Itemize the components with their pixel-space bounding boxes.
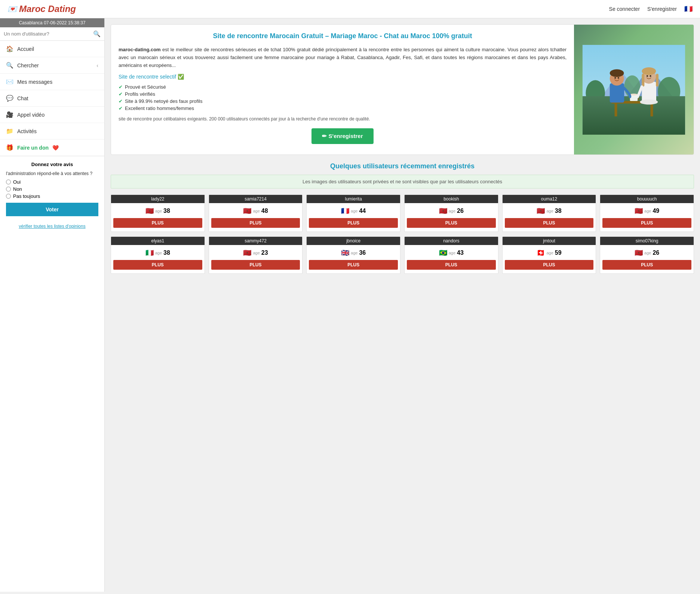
logo: 💌 Maroc Dating bbox=[7, 4, 112, 14]
poll-radio-oui[interactable] bbox=[6, 180, 11, 184]
user-plus-button[interactable]: PLUS bbox=[113, 260, 202, 270]
hero-title: Site de rencontre Marocain Gratuit – Mar… bbox=[119, 32, 567, 40]
user-age-row: 🇲🇦 age 23 bbox=[243, 249, 268, 257]
user-flag: 🇮🇹 bbox=[145, 249, 154, 257]
user-plus-button[interactable]: PLUS bbox=[211, 218, 300, 228]
user-age-value: 38 bbox=[163, 249, 170, 256]
user-card: lumierita 🇫🇷 age 44 PLUS bbox=[306, 195, 400, 232]
user-plus-button[interactable]: PLUS bbox=[505, 218, 594, 228]
check-icon-3: ✔ bbox=[119, 98, 123, 104]
vote-button[interactable]: Voter bbox=[6, 203, 98, 216]
user-flag: 🇬🇧 bbox=[341, 249, 349, 257]
layout: Casablanca 07-06-2022 15:38:37 🔍 🏠 Accue… bbox=[0, 18, 700, 592]
register-button[interactable]: ✏ S'enregistrer bbox=[311, 128, 373, 144]
user-card-body: 🇲🇦 age 23 PLUS bbox=[209, 245, 303, 273]
user-plus-button[interactable]: PLUS bbox=[407, 218, 496, 228]
users-grid-row2: elyas1 🇮🇹 age 38 PLUS sammy472 🇲🇦 age 2 bbox=[111, 236, 694, 274]
sidebar-item-accueil[interactable]: 🏠 Accueil bbox=[0, 41, 104, 57]
poll-radio-pastoujours[interactable] bbox=[6, 194, 11, 199]
search-input[interactable] bbox=[4, 31, 93, 37]
hero-text: Site de rencontre Marocain Gratuit – Mar… bbox=[111, 25, 574, 154]
hero-card: Site de rencontre Marocain Gratuit – Mar… bbox=[111, 24, 694, 155]
user-age-value: 36 bbox=[359, 249, 366, 256]
user-flag: 🇲🇦 bbox=[635, 207, 643, 215]
user-card-name: samia7214 bbox=[209, 195, 303, 203]
user-flag: 🇲🇦 bbox=[537, 207, 545, 215]
poll-radio-non[interactable] bbox=[6, 187, 11, 192]
sidebar-label-accueil: Accueil bbox=[17, 46, 34, 52]
user-age-row: 🇧🇷 age 43 bbox=[439, 249, 464, 257]
user-age-value: 26 bbox=[653, 249, 659, 256]
user-age-label: age bbox=[253, 209, 260, 213]
feature-2: ✔Profils vérifiés bbox=[119, 91, 567, 97]
sidebar-item-video[interactable]: 🎥 Appel vidéo bbox=[0, 107, 104, 123]
sidebar-label-video: Appel vidéo bbox=[17, 112, 44, 118]
hero-image bbox=[574, 25, 694, 154]
sidebar-label-chat: Chat bbox=[17, 95, 28, 101]
user-plus-button[interactable]: PLUS bbox=[602, 260, 691, 270]
feature-4: ✔Excellent ratio hommes/femmes bbox=[119, 105, 567, 111]
register-link[interactable]: S'enregistrer bbox=[647, 6, 677, 12]
users-grid-row1: lady22 🇲🇦 age 38 PLUS samia7214 🇲🇦 age bbox=[111, 195, 694, 232]
svg-rect-9 bbox=[651, 104, 653, 116]
sidebar: Casablanca 07-06-2022 15:38:37 🔍 🏠 Accue… bbox=[0, 18, 105, 592]
poll-option-pastoujours[interactable]: Pas toujours bbox=[6, 193, 98, 199]
sidebar-item-messages[interactable]: ✉️ Mes messages bbox=[0, 74, 104, 90]
sidebar-datetime: Casablanca 07-06-2022 15:38:37 bbox=[0, 18, 104, 27]
user-plus-button[interactable]: PLUS bbox=[309, 260, 398, 270]
user-age-label: age bbox=[449, 209, 455, 213]
user-age-row: 🇲🇦 age 49 bbox=[635, 207, 659, 215]
sidebar-item-donation[interactable]: 🎁 Faire un don ❤️ bbox=[0, 140, 104, 156]
user-plus-button[interactable]: PLUS bbox=[505, 260, 594, 270]
user-age-row: 🇲🇦 age 26 bbox=[439, 207, 464, 215]
user-plus-button[interactable]: PLUS bbox=[309, 218, 398, 228]
user-age-row: 🇲🇦 age 26 bbox=[635, 249, 659, 257]
user-card-name: ouma12 bbox=[503, 195, 596, 203]
poll-title: Donnez votre avis bbox=[6, 162, 98, 167]
user-plus-button[interactable]: PLUS bbox=[407, 260, 496, 270]
chat-icon: 💬 bbox=[6, 95, 13, 102]
user-flag: 🇧🇷 bbox=[439, 249, 447, 257]
poll-label-oui: Oui bbox=[13, 179, 21, 185]
search-button[interactable]: 🔍 bbox=[93, 30, 101, 37]
user-age-value: 38 bbox=[555, 208, 562, 214]
sidebar-item-chercher[interactable]: 🔍 Chercher ‹ bbox=[0, 57, 104, 74]
svg-point-18 bbox=[642, 67, 656, 75]
sidebar-item-activites[interactable]: 📁 Activités bbox=[0, 123, 104, 140]
user-plus-button[interactable]: PLUS bbox=[602, 218, 691, 228]
user-card: sammy472 🇲🇦 age 23 PLUS bbox=[209, 236, 303, 274]
user-age-value: 44 bbox=[359, 208, 366, 214]
sidebar-label-donation: Faire un don bbox=[17, 145, 49, 151]
user-card-name: jbnoice bbox=[307, 237, 400, 245]
user-age-value: 26 bbox=[457, 208, 464, 214]
user-age-row: 🇲🇦 age 48 bbox=[243, 207, 268, 215]
user-plus-button[interactable]: PLUS bbox=[113, 218, 202, 228]
heart-icon: ❤️ bbox=[52, 145, 59, 151]
user-card: nandors 🇧🇷 age 43 PLUS bbox=[404, 236, 498, 274]
folder-icon: 📁 bbox=[6, 128, 13, 135]
user-card: bookish 🇲🇦 age 26 PLUS bbox=[404, 195, 498, 232]
site-name-bold: maroc-dating.com bbox=[119, 47, 161, 52]
user-card-name: bouuuuch bbox=[600, 195, 694, 203]
sidebar-item-chat[interactable]: 💬 Chat bbox=[0, 90, 104, 107]
user-card-name: bookish bbox=[405, 195, 498, 203]
user-age-value: 59 bbox=[555, 249, 562, 256]
svg-rect-20 bbox=[656, 74, 658, 86]
user-card: jmtout 🇨🇭 age 59 PLUS bbox=[502, 236, 596, 274]
user-card: elyas1 🇮🇹 age 38 PLUS bbox=[111, 236, 205, 274]
user-age-label: age bbox=[644, 209, 651, 213]
features-list: ✔Prouvé et Sécurisé ✔Profils vérifiés ✔S… bbox=[119, 84, 567, 111]
user-card-body: 🇬🇧 age 36 PLUS bbox=[307, 245, 400, 273]
poll-option-oui[interactable]: Oui bbox=[6, 179, 98, 185]
user-flag: 🇲🇦 bbox=[145, 207, 154, 215]
user-age-row: 🇲🇦 age 38 bbox=[145, 207, 170, 215]
user-card-name: lumierita bbox=[307, 195, 400, 203]
verify-opinions-link[interactable]: vérifier toutes les listes d'opinions bbox=[0, 219, 104, 233]
login-link[interactable]: Se connecter bbox=[609, 6, 640, 12]
language-flag[interactable]: 🇫🇷 bbox=[684, 5, 693, 13]
user-age-label: age bbox=[253, 251, 260, 255]
check-icon-4: ✔ bbox=[119, 105, 123, 111]
verified-icon: ✅ bbox=[178, 74, 184, 80]
poll-option-non[interactable]: Non bbox=[6, 186, 98, 192]
user-plus-button[interactable]: PLUS bbox=[211, 260, 300, 270]
